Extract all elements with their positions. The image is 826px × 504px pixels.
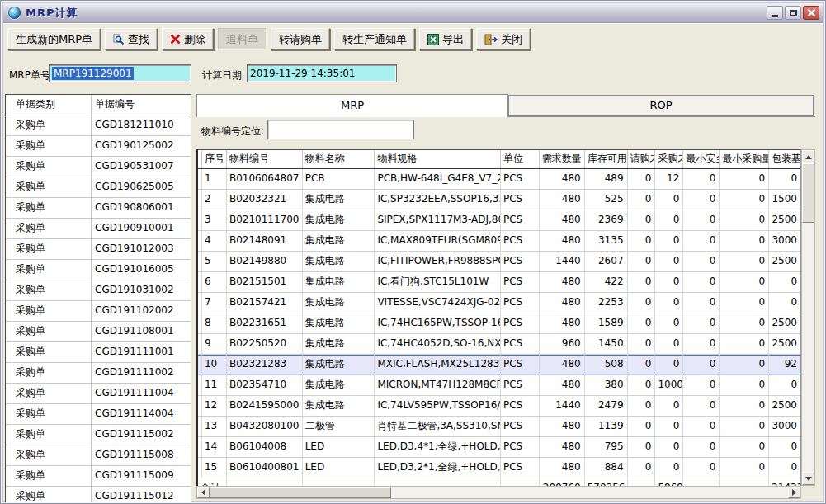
order-type-cell: 采购单 xyxy=(12,363,92,383)
row-marker xyxy=(6,177,12,197)
grid-header-cell[interactable]: 序号 xyxy=(202,150,227,168)
scroll-left-button[interactable] xyxy=(197,487,210,498)
table-row[interactable]: 3B0210111700集成电路SIPEX,SPX1117M3-ADJ,80PC… xyxy=(198,210,800,231)
table-row[interactable]: 9B02250520集成电路IC,74HC4052D,SO-16,NXPPCS9… xyxy=(198,334,800,355)
grid-cell: B02149880 xyxy=(227,252,303,271)
table-row[interactable]: 10B02321283集成电路MXIC,FLASH,MX25L12835FPCS… xyxy=(198,355,800,375)
tab-rop[interactable]: ROP xyxy=(508,95,814,116)
grid-cell xyxy=(227,478,303,486)
generate-new-mrp-button[interactable]: 生成新的MRP单 xyxy=(7,28,101,50)
order-list-panel: 单据类别 单据编号 采购单CGD181211010采购单CGD190125002… xyxy=(5,94,191,502)
grid-cell: B0210111700 xyxy=(227,210,303,230)
table-row[interactable]: 12B0241595000集成电路IC,74LV595PW,TSSOP16/7P… xyxy=(198,396,800,417)
grid-cell: 0 xyxy=(655,313,683,333)
button-label: 查找 xyxy=(128,32,149,47)
grid-cell: 480 xyxy=(540,458,585,478)
table-row[interactable]: 1B0106064807PCBPCB,HW-648I_G4E8_V7_2PCS4… xyxy=(198,169,800,190)
grid-header-cell[interactable]: 包装基数 xyxy=(769,150,800,168)
vertical-scrollbar[interactable] xyxy=(801,149,815,486)
order-row[interactable]: 采购单CGD191111004 xyxy=(6,384,191,404)
grid-cell: 0 xyxy=(683,313,720,333)
material-locator-input[interactable] xyxy=(267,120,414,139)
order-row[interactable]: 采购单CGD191115009 xyxy=(6,466,191,487)
order-no-cell: CGD191031002 xyxy=(92,280,189,300)
scroll-down-button[interactable] xyxy=(802,472,814,485)
order-row[interactable]: 采购单CGD191111002 xyxy=(6,363,191,384)
minimize-icon xyxy=(772,15,778,17)
order-row[interactable]: 采购单CGD191115012 xyxy=(6,487,191,502)
grid-cell: B02354710 xyxy=(227,375,303,395)
row-marker xyxy=(6,487,12,502)
grid-cell: 2253 xyxy=(585,293,628,313)
order-no-cell: CGD190910001 xyxy=(92,219,189,238)
to-purchase-request-button[interactable]: 转请购单 xyxy=(271,28,330,50)
order-row[interactable]: 采购单CGD190625005 xyxy=(6,177,191,198)
grid-header-cell[interactable]: 物料规格 xyxy=(375,150,501,168)
vertical-scroll-thumb[interactable] xyxy=(802,163,814,223)
horizontal-scrollbar[interactable] xyxy=(196,486,801,499)
maximize-button[interactable] xyxy=(785,6,801,20)
table-row[interactable]: 14B06104008LEDLED,D3,4*1,全绿,+HOLD,DPCS48… xyxy=(198,437,800,458)
calc-date-input[interactable]: 2019-11-29 14:35:01 xyxy=(247,64,397,82)
close-button[interactable] xyxy=(803,6,819,20)
order-type-cell: 采购单 xyxy=(12,301,92,321)
grid-header-cell[interactable]: 最小采购量 xyxy=(720,150,769,168)
grid-cell: 0 xyxy=(655,417,683,436)
grid-header-cell[interactable]: 物料编号 xyxy=(227,150,303,168)
order-row[interactable]: 采购单CGD191111001 xyxy=(6,342,191,363)
table-row[interactable]: 4B02148091集成电路IC,MAX809TEUR(SGM809-PCS48… xyxy=(198,231,800,252)
to-production-notice-button[interactable]: 转生产通知单 xyxy=(334,28,415,50)
order-row[interactable]: 采购单CGD191108001 xyxy=(6,322,191,342)
grid-cell: 1589 xyxy=(585,313,628,333)
order-row[interactable]: 采购单CGD191102002 xyxy=(6,301,191,322)
grid-cell: 795 xyxy=(585,437,628,457)
scroll-right-button[interactable] xyxy=(788,487,800,498)
table-row[interactable]: 6B02151501集成电路IC,看门狗,STC15L101WPCS480422… xyxy=(198,272,800,293)
grid-header-cell[interactable]: 采购未到 xyxy=(655,150,683,168)
order-row[interactable]: 采购单CGD191016005 xyxy=(6,260,191,280)
export-button[interactable]: 导出 xyxy=(419,28,472,50)
order-row[interactable]: 采购单CGD191115008 xyxy=(6,445,191,466)
calc-date-label: 计算日期 xyxy=(202,68,242,82)
table-row[interactable]: 5B02149880集成电路IC,FITIPOWER,FR9888SPCPCS1… xyxy=(198,252,800,272)
grid-cell: PCS xyxy=(501,169,540,189)
tab-mrp[interactable]: MRP xyxy=(196,94,508,117)
grid-header-cell[interactable]: 请购未到 xyxy=(628,150,656,168)
table-row[interactable]: 7B02157421集成电路VITESSE,VSC7424XJG-02,PCS4… xyxy=(198,293,800,313)
grid-cell: 0 xyxy=(720,334,769,354)
table-row[interactable]: 11B02354710集成电路MICRON,MT47H128M8CF-PCS48… xyxy=(198,375,800,396)
horizontal-scroll-thumb[interactable] xyxy=(210,487,391,498)
table-row[interactable]: 2B02032321集成电路IC,SP3232EEA,SSOP16,3.0PCS… xyxy=(198,190,800,210)
grid-cell: 0 xyxy=(628,396,656,416)
grid-header-cell[interactable]: 需求数量 xyxy=(540,150,585,168)
find-button[interactable]: 查找 xyxy=(105,28,158,50)
order-row[interactable]: 采购单CGD190125002 xyxy=(6,136,191,157)
grid-header-cell[interactable]: 物料名称 xyxy=(303,150,375,168)
grid-cell: IC,MAX809TEUR(SGM809- xyxy=(375,231,501,251)
scroll-up-button[interactable] xyxy=(802,150,814,163)
table-row[interactable]: 13B0432080100二极管肖特基二极管,3A,SS310,SMPCS480… xyxy=(198,417,800,437)
order-type-cell: 采购单 xyxy=(12,425,92,445)
order-row[interactable]: 采购单CGD190806001 xyxy=(6,198,191,219)
order-row[interactable]: 采购单CGD190531007 xyxy=(6,157,191,177)
grid-header-cell[interactable]: 单位 xyxy=(501,150,540,168)
order-row[interactable]: 采购单CGD191012003 xyxy=(6,239,191,260)
arrow-up-icon xyxy=(805,155,812,159)
order-row[interactable]: 采购单CGD191031002 xyxy=(6,280,191,301)
order-row[interactable]: 采购单CGD191114004 xyxy=(6,404,191,425)
table-row[interactable]: 15B0610400801LEDLED,D3,2*1,全绿,+HOLD,DPCS… xyxy=(198,458,800,478)
order-row[interactable]: 采购单CGD190910001 xyxy=(6,219,191,239)
mrp-no-input[interactable]: MRP191129001 xyxy=(49,64,191,82)
row-marker xyxy=(6,404,12,424)
close-window-button[interactable]: 关闭 xyxy=(476,28,531,50)
table-row[interactable]: 8B02231651集成电路IC,74HC165PW,TSSOP-16PCS48… xyxy=(198,313,800,334)
grid-cell: 489 xyxy=(585,169,628,189)
grid-cell: 1440 xyxy=(540,396,585,416)
grid-header-cell[interactable]: 库存可用量 xyxy=(585,150,628,168)
find-icon xyxy=(113,34,125,45)
order-row[interactable]: 采购单CGD181211010 xyxy=(6,115,191,136)
minimize-button[interactable] xyxy=(767,6,783,20)
delete-button[interactable]: 删除 xyxy=(162,28,214,50)
grid-header-cell[interactable]: 最小安全量 xyxy=(683,150,720,168)
order-row[interactable]: 采购单CGD191115002 xyxy=(6,425,191,445)
